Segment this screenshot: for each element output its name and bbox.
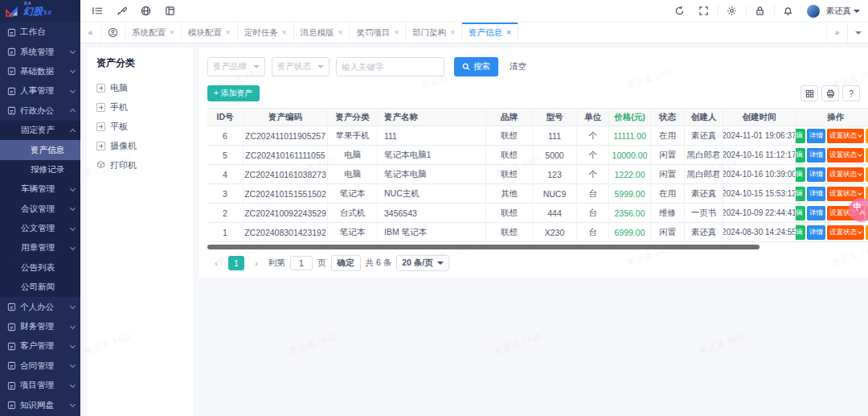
tabs-scroll-left-icon[interactable]: « bbox=[80, 23, 101, 43]
sidebar-item-车辆管理[interactable]: 车辆管理 bbox=[0, 179, 80, 199]
current-page-button[interactable]: 1 bbox=[228, 256, 244, 270]
ime-indicator[interactable]: 中 A bbox=[849, 198, 868, 222]
sidebar-item-公司新闻[interactable]: 公司新闻 bbox=[0, 278, 80, 297]
tab-close-icon[interactable]: × bbox=[170, 28, 174, 37]
refresh-icon[interactable] bbox=[669, 2, 690, 20]
prev-page-button[interactable]: ‹ bbox=[209, 256, 223, 270]
user-menu[interactable]: 素还真 bbox=[826, 6, 861, 17]
tree-item-电脑[interactable]: 电脑 bbox=[96, 78, 193, 97]
sidebar-item-知识网盘[interactable]: 知识网盘 bbox=[0, 395, 80, 414]
tab-部门架构[interactable]: 部门架构× bbox=[406, 23, 462, 43]
sidebar-item-公文管理[interactable]: 公文管理 bbox=[0, 219, 80, 238]
expand-plus-icon[interactable] bbox=[96, 142, 105, 150]
tab-label: 部门架构 bbox=[412, 27, 446, 39]
goto-page-input[interactable] bbox=[290, 256, 313, 270]
tab-模块配置[interactable]: 模块配置× bbox=[182, 23, 238, 43]
sidebar-item-合同管理[interactable]: 合同管理 bbox=[0, 356, 80, 376]
sidebar-item-报修记录[interactable]: 报修记录 bbox=[0, 160, 80, 179]
detail-button[interactable]: 详情 bbox=[807, 206, 825, 220]
clear-cache-icon[interactable] bbox=[111, 2, 132, 20]
bell-icon[interactable] bbox=[778, 2, 799, 20]
clear-button[interactable]: 清空 bbox=[510, 57, 526, 76]
app-logo: OA 幻股5.0 bbox=[0, 0, 80, 23]
sidebar-item-系统管理[interactable]: 系统管理 bbox=[0, 42, 80, 61]
sidebar-item-会议管理[interactable]: 会议管理 bbox=[0, 200, 80, 219]
set-status-button[interactable]: 设置状态 bbox=[827, 129, 864, 143]
tree-item-摄像机[interactable]: 摄像机 bbox=[96, 136, 193, 155]
edit-button[interactable]: 编辑 bbox=[796, 225, 805, 240]
status-select[interactable]: 资产状态 bbox=[272, 57, 330, 76]
expand-plus-icon[interactable] bbox=[96, 103, 105, 112]
sidebar-item-固定资产[interactable]: 固定资产 bbox=[0, 121, 80, 140]
tab-close-icon[interactable]: × bbox=[338, 28, 343, 37]
help-icon[interactable]: ? bbox=[842, 85, 860, 101]
tab-close-icon[interactable]: × bbox=[394, 28, 399, 37]
sidebar-item-用章管理[interactable]: 用章管理 bbox=[0, 238, 80, 257]
tab-定时任务[interactable]: 定时任务× bbox=[238, 23, 294, 43]
tree-item-平板[interactable]: 平板 bbox=[96, 117, 193, 136]
edit-button[interactable]: 编辑 bbox=[796, 167, 805, 182]
tabs-menu-icon[interactable] bbox=[847, 23, 868, 43]
expand-plus-icon[interactable] bbox=[96, 84, 105, 93]
cell-价格(元): 1222.00 bbox=[609, 165, 651, 184]
user-avatar[interactable] bbox=[807, 5, 820, 18]
sidebar-item-基础数据[interactable]: 基础数据 bbox=[0, 62, 80, 81]
page-size-select[interactable]: 20 条/页 bbox=[396, 255, 449, 271]
tree-item-打印机[interactable]: 打印机 bbox=[96, 155, 193, 175]
collapse-menu-icon[interactable] bbox=[87, 2, 108, 20]
brand-select[interactable]: 资产品牌 bbox=[207, 57, 265, 76]
fullscreen-icon[interactable] bbox=[694, 2, 714, 20]
base-data-icon bbox=[7, 67, 16, 76]
language-icon[interactable] bbox=[135, 2, 156, 20]
pagination: ‹ 1 › 到第 页 确定 共 6 条 20 条/页 bbox=[207, 249, 868, 277]
chevron-down-icon bbox=[858, 152, 862, 157]
settings-icon[interactable] bbox=[722, 2, 743, 20]
lock-icon[interactable] bbox=[750, 2, 771, 20]
keyword-input[interactable] bbox=[336, 57, 444, 76]
sidebar-item-人事管理[interactable]: 人事管理 bbox=[0, 81, 80, 101]
tab-close-icon[interactable]: × bbox=[506, 28, 511, 37]
sidebar-item-财务管理[interactable]: 财务管理 bbox=[0, 317, 80, 336]
cell-资产编码: ZC202408301423192 bbox=[244, 223, 328, 242]
edit-button[interactable]: 编辑 bbox=[796, 206, 805, 220]
set-status-button[interactable]: 设置状态 bbox=[827, 148, 864, 163]
tab-消息模版[interactable]: 消息模版× bbox=[294, 23, 350, 43]
add-asset-button[interactable]: + 添加资产 bbox=[207, 85, 260, 101]
search-button[interactable]: 搜索 bbox=[454, 57, 498, 76]
tab-资产信息[interactable]: 资产信息× bbox=[462, 23, 518, 43]
detail-button[interactable]: 详情 bbox=[807, 225, 825, 240]
set-status-button[interactable]: 设置状态 bbox=[827, 167, 864, 182]
tab-close-icon[interactable]: × bbox=[450, 28, 455, 37]
tree-item-手机[interactable]: 手机 bbox=[96, 97, 193, 117]
sidebar-item-公告列表[interactable]: 公告列表 bbox=[0, 258, 80, 278]
detail-button[interactable]: 详情 bbox=[807, 148, 825, 163]
tabs-scroll-right-icon[interactable]: » bbox=[826, 23, 847, 43]
tab-close-icon[interactable]: × bbox=[226, 28, 231, 37]
column-settings-icon[interactable] bbox=[800, 85, 818, 101]
detail-button[interactable]: 详情 bbox=[807, 187, 825, 201]
layout-icon[interactable] bbox=[159, 2, 180, 20]
sidebar-item-客户管理[interactable]: 客户管理 bbox=[0, 336, 80, 356]
cell-创建时间: 2024-10-09 22:44:41 bbox=[723, 204, 796, 223]
sidebar-item-工作台[interactable]: 工作台 bbox=[0, 23, 80, 42]
home-tab-icon[interactable] bbox=[101, 23, 125, 43]
sidebar-item-个人办公[interactable]: 个人办公 bbox=[0, 297, 80, 316]
print-icon[interactable] bbox=[821, 85, 839, 101]
tab-label: 奖罚项目 bbox=[356, 27, 390, 39]
detail-button[interactable]: 详情 bbox=[807, 167, 825, 182]
tab-奖罚项目[interactable]: 奖罚项目× bbox=[350, 23, 406, 43]
goto-confirm-button[interactable]: 确定 bbox=[331, 255, 361, 271]
edit-button[interactable]: 编辑 bbox=[796, 187, 805, 201]
cell-状态: 在用 bbox=[651, 126, 685, 146]
set-status-button[interactable]: 设置状态 bbox=[827, 225, 864, 240]
sidebar-item-行政办公[interactable]: 行政办公 bbox=[0, 101, 80, 121]
tab-系统配置[interactable]: 系统配置× bbox=[125, 23, 182, 43]
sidebar-item-资产信息[interactable]: 资产信息 bbox=[0, 140, 80, 159]
sidebar-item-项目管理[interactable]: 项目管理 bbox=[0, 376, 80, 395]
next-page-button[interactable]: › bbox=[249, 256, 264, 270]
tab-close-icon[interactable]: × bbox=[282, 28, 287, 37]
expand-plus-icon[interactable] bbox=[96, 122, 105, 131]
edit-button[interactable]: 编辑 bbox=[796, 129, 805, 143]
edit-button[interactable]: 编辑 bbox=[796, 148, 805, 163]
detail-button[interactable]: 详情 bbox=[807, 129, 825, 143]
